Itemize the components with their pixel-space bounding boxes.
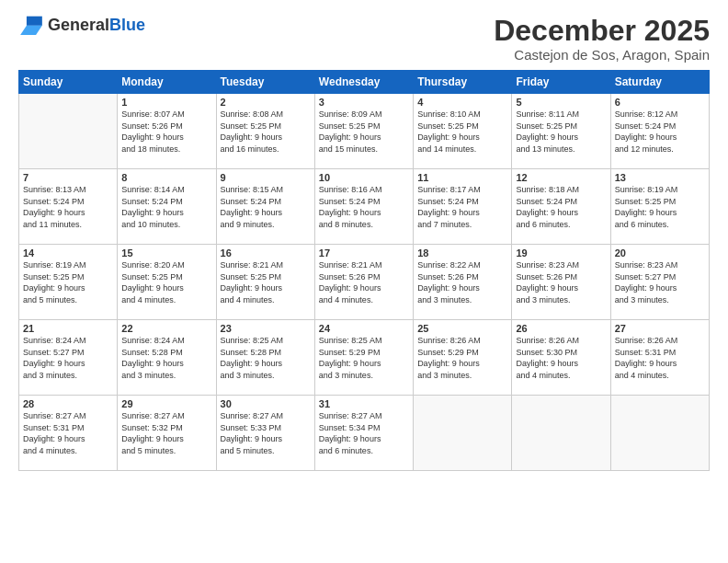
day-info: Sunrise: 8:21 AMSunset: 5:25 PMDaylight:… — [221, 259, 311, 305]
day-info: Sunrise: 8:21 AMSunset: 5:26 PMDaylight:… — [319, 259, 409, 305]
day-info: Sunrise: 8:23 AMSunset: 5:26 PMDaylight:… — [516, 259, 606, 305]
day-info: Sunrise: 8:18 AMSunset: 5:24 PMDaylight:… — [516, 184, 606, 230]
week-row-2: 14Sunrise: 8:19 AMSunset: 5:25 PMDayligh… — [19, 245, 710, 320]
calendar-cell: 22Sunrise: 8:24 AMSunset: 5:28 PMDayligh… — [118, 320, 216, 396]
header-row: SundayMondayTuesdayWednesdayThursdayFrid… — [19, 71, 710, 94]
logo-icon — [18, 15, 44, 35]
calendar-cell: 19Sunrise: 8:23 AMSunset: 5:26 PMDayligh… — [512, 245, 610, 320]
day-info: Sunrise: 8:19 AMSunset: 5:25 PMDaylight:… — [23, 259, 113, 305]
calendar-cell: 3Sunrise: 8:09 AMSunset: 5:25 PMDaylight… — [314, 94, 413, 169]
header: GeneralBlue December 2025 Castejon de So… — [18, 15, 710, 63]
page: GeneralBlue December 2025 Castejon de So… — [0, 0, 728, 563]
day-number: 6 — [615, 97, 705, 108]
calendar-header: SundayMondayTuesdayWednesdayThursdayFrid… — [19, 71, 710, 94]
day-number: 19 — [516, 247, 606, 259]
calendar-cell: 30Sunrise: 8:27 AMSunset: 5:33 PMDayligh… — [216, 396, 314, 471]
day-info: Sunrise: 8:07 AMSunset: 5:26 PMDaylight:… — [121, 109, 211, 155]
header-day-friday: Friday — [512, 71, 610, 94]
header-day-saturday: Saturday — [610, 71, 709, 94]
day-number: 30 — [221, 398, 311, 409]
header-day-wednesday: Wednesday — [314, 71, 413, 94]
week-row-3: 21Sunrise: 8:24 AMSunset: 5:27 PMDayligh… — [19, 320, 710, 396]
day-info: Sunrise: 8:12 AMSunset: 5:24 PMDaylight:… — [615, 109, 705, 155]
day-number: 2 — [221, 97, 311, 108]
calendar-body: 1Sunrise: 8:07 AMSunset: 5:26 PMDaylight… — [19, 94, 710, 471]
day-number: 12 — [516, 172, 606, 183]
day-number: 22 — [121, 323, 211, 334]
day-number: 24 — [319, 323, 409, 334]
day-info: Sunrise: 8:24 AMSunset: 5:27 PMDaylight:… — [23, 335, 113, 381]
calendar-cell: 17Sunrise: 8:21 AMSunset: 5:26 PMDayligh… — [314, 245, 413, 320]
day-number: 23 — [221, 323, 311, 334]
day-info: Sunrise: 8:22 AMSunset: 5:26 PMDaylight:… — [417, 259, 507, 305]
day-number: 13 — [615, 172, 705, 183]
calendar-cell: 21Sunrise: 8:24 AMSunset: 5:27 PMDayligh… — [19, 320, 118, 396]
day-info: Sunrise: 8:25 AMSunset: 5:28 PMDaylight:… — [221, 335, 311, 381]
calendar-cell: 7Sunrise: 8:13 AMSunset: 5:24 PMDaylight… — [19, 169, 118, 245]
day-number: 28 — [23, 398, 113, 409]
calendar-cell: 28Sunrise: 8:27 AMSunset: 5:31 PMDayligh… — [19, 396, 118, 471]
day-number: 29 — [121, 398, 211, 409]
day-info: Sunrise: 8:27 AMSunset: 5:32 PMDaylight:… — [121, 410, 211, 456]
calendar-cell: 18Sunrise: 8:22 AMSunset: 5:26 PMDayligh… — [414, 245, 512, 320]
day-info: Sunrise: 8:17 AMSunset: 5:24 PMDaylight:… — [417, 184, 507, 230]
day-info: Sunrise: 8:08 AMSunset: 5:25 PMDaylight:… — [221, 109, 311, 155]
calendar-cell: 11Sunrise: 8:17 AMSunset: 5:24 PMDayligh… — [414, 169, 512, 245]
calendar-cell — [19, 94, 118, 169]
day-info: Sunrise: 8:14 AMSunset: 5:24 PMDaylight:… — [121, 184, 211, 230]
day-info: Sunrise: 8:11 AMSunset: 5:25 PMDaylight:… — [516, 109, 606, 155]
day-number: 16 — [221, 247, 311, 259]
calendar-cell: 13Sunrise: 8:19 AMSunset: 5:25 PMDayligh… — [610, 169, 709, 245]
day-number: 11 — [417, 172, 507, 183]
day-info: Sunrise: 8:10 AMSunset: 5:25 PMDaylight:… — [417, 109, 507, 155]
day-number: 27 — [615, 323, 705, 334]
day-number: 31 — [319, 398, 409, 409]
day-number: 8 — [121, 172, 211, 183]
location-title: Castejon de Sos, Aragon, Spain — [494, 47, 710, 63]
header-day-monday: Monday — [118, 71, 216, 94]
week-row-4: 28Sunrise: 8:27 AMSunset: 5:31 PMDayligh… — [19, 396, 710, 471]
day-number: 4 — [417, 97, 507, 108]
calendar-cell: 2Sunrise: 8:08 AMSunset: 5:25 PMDaylight… — [216, 94, 314, 169]
day-number: 14 — [23, 247, 113, 259]
calendar-cell — [610, 396, 709, 471]
calendar-cell: 10Sunrise: 8:16 AMSunset: 5:24 PMDayligh… — [314, 169, 413, 245]
day-number: 15 — [121, 247, 211, 259]
calendar-cell: 9Sunrise: 8:15 AMSunset: 5:24 PMDaylight… — [216, 169, 314, 245]
logo-blue: Blue — [109, 16, 145, 34]
calendar-cell: 24Sunrise: 8:25 AMSunset: 5:29 PMDayligh… — [314, 320, 413, 396]
calendar-cell: 14Sunrise: 8:19 AMSunset: 5:25 PMDayligh… — [19, 245, 118, 320]
calendar-cell: 6Sunrise: 8:12 AMSunset: 5:24 PMDaylight… — [610, 94, 709, 169]
day-number: 10 — [319, 172, 409, 183]
day-number: 7 — [23, 172, 113, 183]
day-info: Sunrise: 8:15 AMSunset: 5:24 PMDaylight:… — [221, 184, 311, 230]
day-info: Sunrise: 8:19 AMSunset: 5:25 PMDaylight:… — [615, 184, 705, 230]
calendar-cell: 20Sunrise: 8:23 AMSunset: 5:27 PMDayligh… — [610, 245, 709, 320]
calendar-cell: 23Sunrise: 8:25 AMSunset: 5:28 PMDayligh… — [216, 320, 314, 396]
day-info: Sunrise: 8:26 AMSunset: 5:31 PMDaylight:… — [615, 335, 705, 381]
day-number: 3 — [319, 97, 409, 108]
calendar-cell: 12Sunrise: 8:18 AMSunset: 5:24 PMDayligh… — [512, 169, 610, 245]
month-title: December 2025 — [494, 15, 710, 47]
day-number: 20 — [615, 247, 705, 259]
calendar-cell: 29Sunrise: 8:27 AMSunset: 5:32 PMDayligh… — [118, 396, 216, 471]
day-info: Sunrise: 8:09 AMSunset: 5:25 PMDaylight:… — [319, 109, 409, 155]
day-info: Sunrise: 8:26 AMSunset: 5:30 PMDaylight:… — [516, 335, 606, 381]
day-info: Sunrise: 8:26 AMSunset: 5:29 PMDaylight:… — [417, 335, 507, 381]
day-number: 21 — [23, 323, 113, 334]
logo-general: General — [48, 16, 109, 34]
day-number: 9 — [221, 172, 311, 183]
calendar-table: SundayMondayTuesdayWednesdayThursdayFrid… — [18, 70, 710, 471]
day-info: Sunrise: 8:16 AMSunset: 5:24 PMDaylight:… — [319, 184, 409, 230]
svg-marker-1 — [20, 26, 42, 35]
calendar-cell: 16Sunrise: 8:21 AMSunset: 5:25 PMDayligh… — [216, 245, 314, 320]
day-info: Sunrise: 8:23 AMSunset: 5:27 PMDaylight:… — [615, 259, 705, 305]
calendar-cell: 1Sunrise: 8:07 AMSunset: 5:26 PMDaylight… — [118, 94, 216, 169]
day-number: 26 — [516, 323, 606, 334]
calendar-cell: 8Sunrise: 8:14 AMSunset: 5:24 PMDaylight… — [118, 169, 216, 245]
calendar-cell — [512, 396, 610, 471]
calendar-cell: 15Sunrise: 8:20 AMSunset: 5:25 PMDayligh… — [118, 245, 216, 320]
calendar-cell — [414, 396, 512, 471]
logo-text: GeneralBlue — [48, 16, 145, 35]
day-info: Sunrise: 8:13 AMSunset: 5:24 PMDaylight:… — [23, 184, 113, 230]
